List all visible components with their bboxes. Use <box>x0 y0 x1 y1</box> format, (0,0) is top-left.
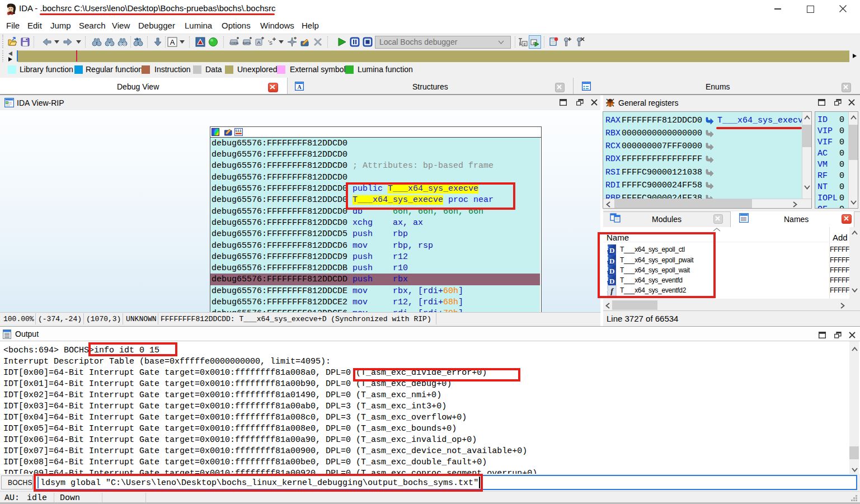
svg-text:D: D <box>609 267 614 275</box>
svg-text:'s: 's <box>268 39 272 46</box>
svg-text:c: c <box>524 42 526 46</box>
svg-text:D: D <box>609 246 614 255</box>
svg-text:64: 64 <box>7 10 13 16</box>
svg-text:101: 101 <box>119 43 126 46</box>
svg-text:D: D <box>609 257 614 265</box>
svg-text:T: T <box>109 43 111 47</box>
svg-text:CODE: CODE <box>229 41 239 45</box>
svg-text:DATA: DATA <box>242 41 251 45</box>
svg-text:A: A <box>257 40 260 45</box>
svg-text:A: A <box>297 84 302 90</box>
svg-text:D: D <box>609 277 614 285</box>
svg-text:A: A <box>170 38 175 46</box>
